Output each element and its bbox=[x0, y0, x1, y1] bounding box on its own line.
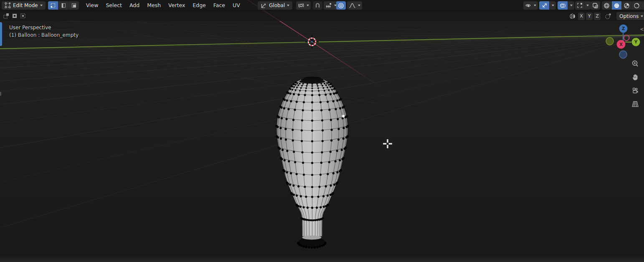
gizmo-axis-neg-x[interactable] bbox=[606, 38, 614, 45]
camera-icon bbox=[631, 86, 639, 95]
gizmos-group bbox=[539, 1, 556, 10]
viewport-bottom-fade bbox=[0, 255, 644, 262]
menu-select[interactable]: Select bbox=[102, 0, 126, 11]
chevron-down-icon bbox=[641, 15, 643, 17]
proportional-editing-toggle[interactable] bbox=[336, 1, 346, 10]
gizmo-arrow-icon bbox=[541, 3, 548, 9]
chevron-down-icon bbox=[307, 5, 309, 6]
chevron-down-icon bbox=[586, 5, 589, 6]
snap-increment-icon bbox=[325, 3, 332, 9]
shading-dropdown[interactable] bbox=[642, 1, 644, 10]
zoom-button[interactable] bbox=[629, 59, 641, 69]
shading-solid-button[interactable] bbox=[612, 1, 622, 10]
menu-face[interactable]: Face bbox=[210, 0, 229, 11]
select-set-icon bbox=[3, 13, 10, 19]
shading-wireframe-button[interactable] bbox=[602, 1, 612, 10]
select-mode-subtract-button[interactable] bbox=[19, 12, 27, 20]
pan-button[interactable] bbox=[629, 72, 641, 83]
viewport-3d[interactable]: ZYX bbox=[0, 0, 644, 262]
mode-dropdown-label: Edit Mode bbox=[13, 3, 38, 8]
options-label: Options bbox=[619, 13, 639, 19]
menu-edge[interactable]: Edge bbox=[189, 0, 209, 11]
chevron-down-icon bbox=[552, 5, 554, 6]
visibility-eye-icon bbox=[525, 3, 532, 9]
viewport-perspective-label: User Perspective bbox=[9, 25, 51, 31]
toolbar-expand-handle[interactable] bbox=[0, 92, 1, 96]
select-subtract-icon bbox=[20, 13, 26, 19]
face-select-button[interactable] bbox=[69, 1, 79, 10]
chevron-down-icon bbox=[40, 5, 43, 6]
proportional-editing-icon bbox=[338, 3, 344, 9]
mode-dropdown[interactable]: Edit Mode bbox=[2, 1, 46, 10]
mirror-x-button[interactable]: X bbox=[578, 13, 585, 20]
menu-add[interactable]: Add bbox=[126, 0, 143, 11]
gizmo-options-group bbox=[575, 1, 591, 10]
svg-text:Z: Z bbox=[622, 26, 625, 31]
toolbar-collapsed-indicator[interactable] bbox=[0, 22, 2, 46]
orientation-icon bbox=[261, 3, 267, 9]
menu-view[interactable]: View bbox=[82, 0, 102, 11]
gizmo-options-dropdown[interactable] bbox=[585, 1, 591, 10]
pivot-point-icon bbox=[298, 2, 304, 9]
magnet-icon bbox=[314, 3, 321, 9]
vertex-select-button[interactable] bbox=[48, 1, 58, 10]
mirror-y-button[interactable]: Y bbox=[586, 13, 593, 20]
select-extend-icon bbox=[11, 13, 18, 19]
shading-material-button[interactable] bbox=[622, 1, 632, 10]
snap-base-button[interactable] bbox=[604, 13, 612, 20]
show-gizmos-toggle[interactable] bbox=[539, 1, 550, 10]
magnifier-plus-icon bbox=[631, 60, 639, 68]
mirror-z-button[interactable]: Z bbox=[594, 13, 601, 20]
viewport-header: Edit Mode bbox=[0, 0, 644, 11]
menu-mesh[interactable]: Mesh bbox=[143, 0, 165, 11]
svg-text:Y: Y bbox=[634, 39, 638, 44]
shading-rendered-button[interactable] bbox=[632, 1, 642, 10]
snap-toggle-button[interactable] bbox=[313, 1, 322, 10]
edge-select-icon bbox=[61, 3, 66, 8]
viewport-gizmo-dropdown-button[interactable] bbox=[575, 1, 585, 10]
select-mode-set-button[interactable] bbox=[2, 12, 10, 20]
svg-text:X: X bbox=[619, 42, 623, 47]
chevron-down-icon bbox=[358, 5, 360, 6]
chevron-down-icon bbox=[534, 5, 536, 6]
active-vertex[interactable] bbox=[342, 115, 345, 117]
options-dropdown[interactable]: Options bbox=[616, 12, 644, 20]
corner-markers-icon bbox=[577, 3, 583, 8]
wireframe-sphere-icon bbox=[603, 3, 610, 9]
menu-vertex[interactable]: Vertex bbox=[165, 0, 189, 11]
edit-mode-icon bbox=[5, 2, 11, 8]
select-mode-extend-button[interactable] bbox=[10, 12, 19, 20]
dashed-circle-icon bbox=[605, 13, 611, 20]
toggle-perspective-button[interactable] bbox=[629, 99, 641, 109]
orientation-label: Global bbox=[269, 3, 285, 8]
object-visibility-dropdown[interactable] bbox=[523, 1, 538, 10]
menu-uv[interactable]: UV bbox=[229, 0, 244, 11]
show-overlays-toggle[interactable] bbox=[558, 1, 568, 10]
pivot-point-dropdown[interactable] bbox=[296, 1, 311, 10]
gizmo-axis-neg-z[interactable] bbox=[619, 51, 627, 59]
perspective-grid-icon bbox=[631, 100, 639, 108]
overlays-dropdown[interactable] bbox=[568, 1, 574, 10]
sidebar-collapse-arrow[interactable]: < bbox=[640, 26, 644, 32]
blender-window: ZYX User Perspective (1) Balloon : Ballo… bbox=[0, 0, 644, 262]
chevron-down-icon bbox=[570, 5, 573, 6]
select-mode-group bbox=[48, 1, 79, 10]
chevron-down-icon bbox=[287, 5, 289, 6]
viewport-object-label: (1) Balloon : Balloon_empty bbox=[9, 32, 79, 38]
hand-icon bbox=[631, 73, 639, 81]
proportional-falloff-dropdown[interactable] bbox=[347, 1, 362, 10]
xray-icon bbox=[592, 3, 598, 9]
overlays-icon bbox=[560, 3, 566, 9]
xray-toggle[interactable] bbox=[591, 1, 600, 10]
gizmos-dropdown[interactable] bbox=[550, 1, 556, 10]
solid-sphere-icon bbox=[614, 3, 620, 9]
vertex-select-icon bbox=[50, 3, 56, 8]
rendered-sphere-icon bbox=[634, 3, 640, 9]
camera-view-button[interactable] bbox=[629, 85, 641, 96]
falloff-curve-icon bbox=[349, 3, 356, 9]
mirror-group: X Y Z Options bbox=[568, 12, 644, 20]
face-select-icon bbox=[71, 3, 77, 8]
edge-select-button[interactable] bbox=[58, 1, 69, 10]
transform-orientation-dropdown[interactable]: Global bbox=[258, 1, 292, 10]
shading-mode-group bbox=[602, 1, 644, 10]
